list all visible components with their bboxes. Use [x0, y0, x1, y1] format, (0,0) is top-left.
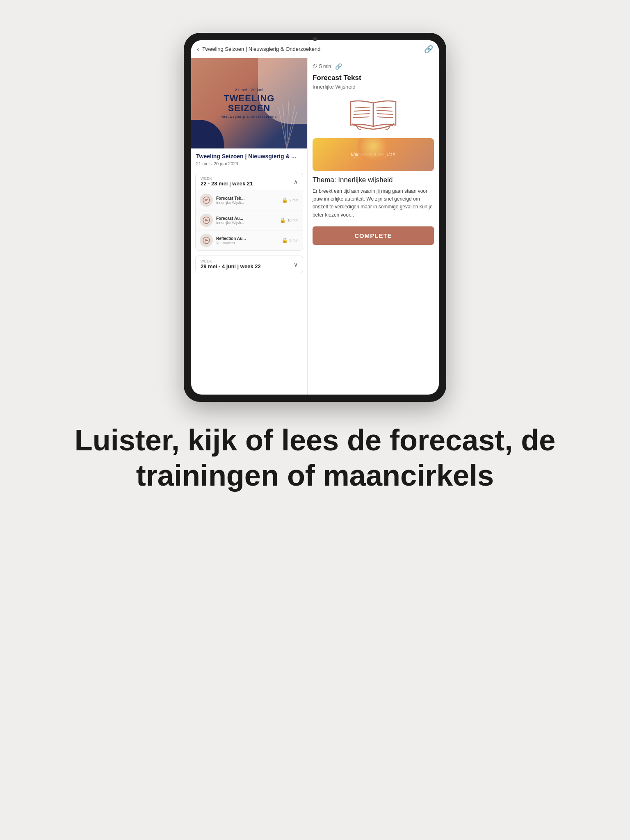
- back-button[interactable]: ‹: [197, 46, 199, 53]
- week22-header[interactable]: Week 29 mei - 4 juni | week 22 ∨: [196, 256, 303, 273]
- right-panel: ⏱ 5 min 🔗 Forecast Tekst Innerlijke Wijs…: [308, 58, 439, 395]
- duration: 2 min: [290, 198, 299, 202]
- hero-date: 21 mei - 20 juni: [221, 88, 277, 92]
- theme-sun-circle: [357, 138, 390, 163]
- text-item-icon: [200, 194, 213, 207]
- duration: 8 min: [290, 238, 299, 242]
- week21-label-small: Week: [201, 176, 253, 180]
- svg-line-12: [354, 114, 370, 114]
- meta-row: ⏱ 5 min 🔗: [313, 63, 434, 70]
- lock-icon: 🔒: [282, 237, 288, 243]
- svg-line-17: [377, 117, 393, 118]
- hero-shape-bottom-left: [191, 120, 224, 148]
- lock-icon: 🔒: [280, 217, 286, 223]
- card-title: Tweeling Seizoen | Nieuwsgierig & ...: [196, 153, 302, 160]
- book-illustration: [313, 96, 434, 132]
- hero-palm-icon: [274, 99, 299, 148]
- share-link-icon[interactable]: 🔗: [335, 63, 342, 70]
- week22-label-main: 29 mei - 4 juni | week 22: [201, 263, 261, 269]
- week21-label-main: 22 - 28 mei | week 21: [201, 180, 253, 187]
- content-area: 21 mei - 20 juni TWEELINGSEIZOEN Nieuwsg…: [191, 58, 439, 395]
- list-item[interactable]: Reflection Au... Vertrouwen 🔒 8 min: [196, 230, 303, 250]
- list-item-sub: Vertrouwen: [216, 241, 280, 245]
- list-item-sub: Innerlijke Wijsh...: [216, 201, 280, 205]
- hero-text-overlay: 21 mei - 20 juni TWEELINGSEIZOEN Nieuwsg…: [221, 88, 277, 119]
- svg-line-11: [354, 110, 370, 111]
- tablet-screen: ‹ Tweeling Seizoen | Nieuwsgierig & Onde…: [191, 40, 439, 395]
- week21-header[interactable]: Week 22 - 28 mei | week 21 ∧: [196, 173, 303, 190]
- reflection-item-icon: [200, 234, 213, 247]
- list-item-title: Forecast Au...: [216, 216, 278, 221]
- week22-chevron-icon[interactable]: ∨: [294, 261, 298, 268]
- right-panel-title: Forecast Tekst: [313, 74, 434, 82]
- week22-section: Week 29 mei - 4 juni | week 22 ∨: [195, 256, 303, 273]
- svg-line-1: [283, 103, 287, 148]
- hero-subtitle: Nieuwsgierig & Onderzoekend: [221, 115, 277, 119]
- theme-image: kijk vooruit en plan: [313, 138, 434, 171]
- card-info: Tweeling Seizoen | Nieuwsgierig & ... 21…: [191, 148, 307, 170]
- svg-line-14: [376, 107, 392, 108]
- thema-label: Thema: Innerlijke wijsheid: [313, 176, 434, 184]
- list-item[interactable]: Forecast Au... Innerlijke Wijsh... 🔒 10 …: [196, 210, 303, 230]
- svg-line-15: [377, 110, 393, 111]
- complete-button[interactable]: COMPLETE: [313, 226, 434, 245]
- clock-icon: ⏱: [313, 64, 317, 69]
- week22-label-small: Week: [201, 259, 261, 263]
- list-item-info: Forecast Tek... Innerlijke Wijsh...: [216, 196, 280, 205]
- list-item-title: Reflection Au...: [216, 236, 280, 241]
- tablet-camera: [313, 37, 317, 41]
- svg-point-5: [203, 197, 210, 203]
- svg-line-10: [355, 107, 370, 108]
- left-panel: 21 mei - 20 juni TWEELINGSEIZOEN Nieuwsg…: [191, 58, 308, 395]
- nav-bar: ‹ Tweeling Seizoen | Nieuwsgierig & Onde…: [191, 40, 439, 58]
- svg-line-13: [353, 117, 369, 118]
- week21-section: Week 22 - 28 mei | week 21 ∧: [195, 173, 303, 251]
- hero-image: 21 mei - 20 juni TWEELINGSEIZOEN Nieuwsg…: [191, 58, 307, 148]
- tagline-section: Luister, kijk of lees de forecast, de tr…: [0, 422, 630, 493]
- week21-chevron-icon[interactable]: ∧: [294, 178, 298, 185]
- svg-line-16: [377, 114, 393, 114]
- list-item[interactable]: Forecast Tek... Innerlijke Wijsh... 🔒 2 …: [196, 190, 303, 210]
- tagline-text: Luister, kijk of lees de forecast, de tr…: [49, 422, 581, 493]
- svg-line-0: [278, 107, 287, 148]
- list-item-info: Reflection Au... Vertrouwen: [216, 236, 280, 245]
- meta-time: ⏱ 5 min: [313, 64, 331, 69]
- audio-item-icon: [200, 214, 213, 227]
- tablet-shell: ‹ Tweeling Seizoen | Nieuwsgierig & Onde…: [184, 33, 446, 402]
- thema-body: Er breekt een tijd aan waarin jij mag ga…: [313, 187, 434, 219]
- nav-title: Tweeling Seizoen | Nieuwsgierig & Onderz…: [202, 46, 424, 52]
- nav-link-icon[interactable]: 🔗: [424, 45, 433, 54]
- right-content: ⏱ 5 min 🔗 Forecast Tekst Innerlijke Wijs…: [308, 58, 439, 250]
- lock-icon: 🔒: [282, 197, 288, 203]
- book-icon: [347, 96, 400, 132]
- duration: 10 min: [288, 218, 299, 222]
- list-item-title: Forecast Tek...: [216, 196, 280, 201]
- hero-title: TWEELINGSEIZOEN: [221, 94, 277, 113]
- list-item-sub: Innerlijke Wijsh...: [216, 221, 278, 225]
- right-panel-subtitle: Innerlijke Wijsheid: [313, 84, 434, 90]
- list-item-info: Forecast Au... Innerlijke Wijsh...: [216, 216, 278, 225]
- card-date: 21 mei - 20 juni 2023: [196, 161, 302, 166]
